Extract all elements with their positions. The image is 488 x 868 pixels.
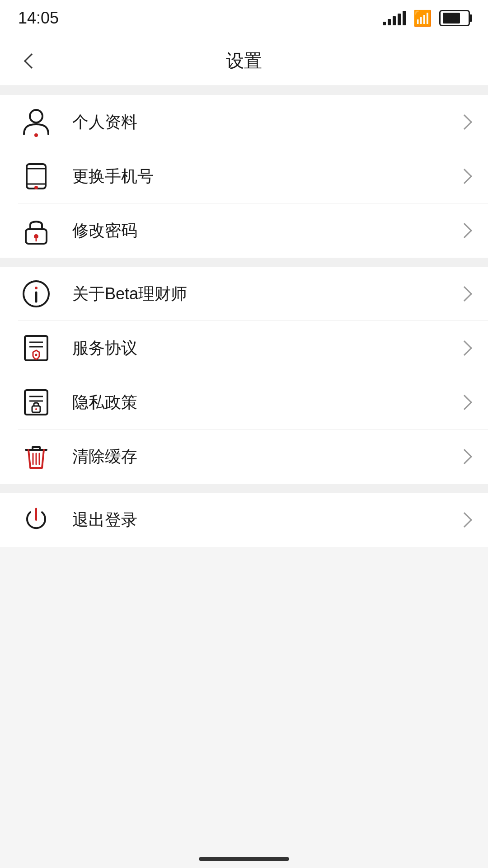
section-divider-top bbox=[0, 86, 488, 95]
user-icon bbox=[18, 104, 54, 140]
menu-group-1: 个人资料 更换手机号 bbox=[0, 95, 488, 258]
menu-item-logout[interactable]: 退出登录 bbox=[0, 493, 488, 547]
menu-label-cache: 清除缓存 bbox=[72, 446, 459, 468]
phone-icon bbox=[18, 158, 54, 194]
arrow-icon-service bbox=[457, 340, 472, 356]
trash-icon bbox=[18, 439, 54, 475]
arrow-icon-about bbox=[457, 286, 472, 302]
svg-point-20 bbox=[35, 408, 37, 410]
privacy-icon bbox=[18, 384, 54, 420]
menu-item-about[interactable]: 关于Beta理财师 bbox=[0, 267, 488, 321]
menu-label-profile: 个人资料 bbox=[72, 111, 459, 133]
page-title: 设置 bbox=[226, 48, 262, 73]
arrow-icon-privacy bbox=[457, 395, 472, 410]
status-time: 14:05 bbox=[18, 9, 59, 28]
arrow-icon-profile bbox=[457, 114, 472, 130]
menu-label-phone: 更换手机号 bbox=[72, 165, 459, 188]
svg-point-10 bbox=[35, 287, 38, 289]
nav-bar: 设置 bbox=[0, 36, 488, 86]
arrow-icon-password bbox=[457, 223, 472, 238]
menu-item-profile[interactable]: 个人资料 bbox=[0, 95, 488, 149]
group-divider-1 bbox=[0, 258, 488, 267]
menu-item-privacy[interactable]: 隐私政策 bbox=[0, 375, 488, 429]
back-chevron-icon bbox=[24, 53, 39, 69]
menu-group-2: 关于Beta理财师 服务协议 bbox=[0, 267, 488, 484]
svg-point-5 bbox=[34, 186, 38, 189]
info-icon bbox=[18, 276, 54, 312]
svg-rect-2 bbox=[27, 164, 46, 189]
battery-icon: 74 bbox=[439, 10, 470, 26]
home-indicator bbox=[199, 857, 289, 861]
battery-indicator: 74 bbox=[439, 10, 470, 26]
svg-point-1 bbox=[34, 133, 38, 137]
arrow-icon-logout bbox=[457, 512, 472, 528]
status-icons: 📶 74 bbox=[383, 9, 470, 27]
menu-label-about: 关于Beta理财师 bbox=[72, 283, 459, 305]
wifi-icon: 📶 bbox=[413, 9, 432, 27]
service-icon bbox=[18, 330, 54, 366]
menu-item-service[interactable]: 服务协议 bbox=[0, 321, 488, 375]
power-icon bbox=[18, 502, 54, 538]
svg-point-0 bbox=[30, 110, 42, 123]
menu-label-privacy: 隐私政策 bbox=[72, 392, 459, 414]
status-bar: 14:05 📶 74 bbox=[0, 0, 488, 36]
menu-label-logout: 退出登录 bbox=[72, 509, 459, 531]
svg-point-15 bbox=[35, 354, 38, 356]
group-divider-2 bbox=[0, 484, 488, 493]
menu-label-password: 修改密码 bbox=[72, 220, 459, 242]
svg-rect-12 bbox=[25, 336, 47, 360]
back-button[interactable] bbox=[18, 47, 45, 75]
menu-label-service: 服务协议 bbox=[72, 337, 459, 359]
signal-icon bbox=[383, 11, 406, 25]
menu-group-3: 退出登录 bbox=[0, 493, 488, 547]
arrow-icon-phone bbox=[457, 169, 472, 184]
menu-item-cache[interactable]: 清除缓存 bbox=[0, 429, 488, 484]
menu-item-phone[interactable]: 更换手机号 bbox=[0, 149, 488, 203]
arrow-icon-cache bbox=[457, 449, 472, 464]
svg-point-7 bbox=[34, 234, 38, 239]
lock-icon bbox=[18, 212, 54, 249]
menu-item-password[interactable]: 修改密码 bbox=[0, 203, 488, 258]
